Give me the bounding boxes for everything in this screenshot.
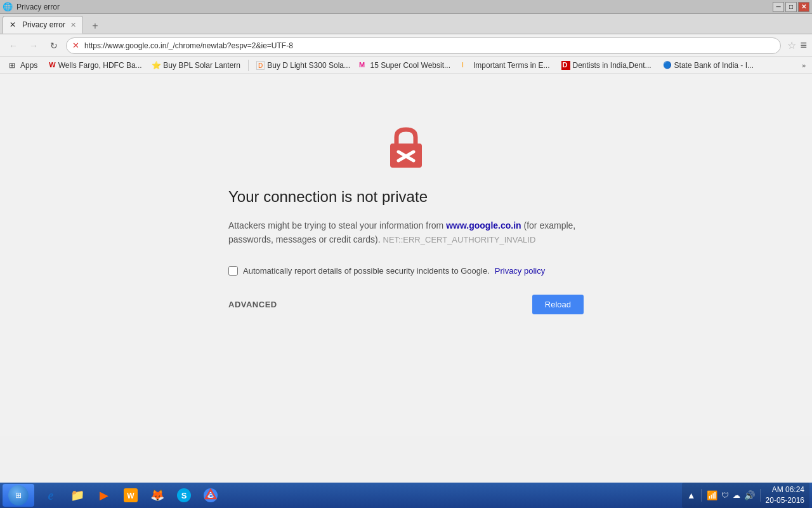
error-description: Attackers might be trying to steal your …: [228, 218, 584, 247]
error-domain[interactable]: www.google.co.in: [446, 220, 521, 231]
ie-icon: e: [43, 488, 58, 503]
network-icon[interactable]: 📶: [707, 490, 717, 500]
minimize-button[interactable]: ─: [773, 2, 784, 12]
chrome-icon: C: [203, 488, 218, 503]
important-terms-icon: I: [462, 61, 471, 70]
privacy-policy-link[interactable]: Privacy policy: [495, 266, 545, 276]
maximize-button[interactable]: □: [785, 2, 797, 12]
bookmark-dentists-label: Dentists in India,Dent...: [573, 61, 652, 70]
error-code: NET::ERR_CERT_AUTHORITY_INVALID: [383, 235, 536, 244]
buy-d-light-icon: D: [256, 61, 265, 70]
windows-orb: ⊞: [8, 485, 29, 505]
checkbox-row: Automatically report details of possible…: [228, 266, 584, 276]
bookmark-apps[interactable]: ⊞ Apps: [4, 60, 43, 71]
taskbar-winamp[interactable]: W: [118, 485, 143, 505]
dentists-icon: D: [561, 61, 570, 70]
taskbar-skype[interactable]: S: [171, 485, 197, 505]
bookmark-star-button[interactable]: ☆: [787, 39, 796, 51]
taskbar: ⊞ e 📁 ▶ W 🦊 S: [0, 483, 812, 508]
error-container: Your connection is not private Attackers…: [216, 124, 596, 314]
taskbar-media-player[interactable]: ▶: [91, 485, 117, 505]
tab-close-button[interactable]: ✕: [70, 21, 76, 29]
address-bar-wrapper: ✕: [66, 37, 781, 54]
system-clock[interactable]: AM 06:24 20-05-2016: [766, 485, 804, 506]
bookmark-important-terms[interactable]: I Important Terms in E...: [457, 60, 555, 71]
taskbar-file-explorer[interactable]: 📁: [65, 485, 90, 505]
bookmark-state-bank-label: State Bank of India - I...: [674, 61, 754, 70]
back-button[interactable]: ←: [5, 37, 22, 54]
bookmark-super-cool[interactable]: M 15 Super Cool Websit...: [354, 60, 455, 71]
clock-date: 20-05-2016: [766, 495, 804, 506]
svg-text:W: W: [127, 491, 134, 500]
apps-icon: ⊞: [9, 61, 18, 70]
more-bookmarks-button[interactable]: »: [799, 60, 808, 70]
report-checkbox[interactable]: [228, 266, 238, 276]
browser-content: Your connection is not private Attackers…: [0, 74, 812, 436]
bookmark-dentists[interactable]: D Dentists in India,Dent...: [556, 60, 657, 71]
active-tab[interactable]: ✕ Privacy error ✕: [3, 16, 83, 34]
media-player-icon: ▶: [96, 488, 112, 503]
volume-icon[interactable]: 🔊: [744, 490, 755, 500]
winamp-icon: W: [123, 488, 138, 503]
clock-time: AM 06:24: [766, 485, 804, 495]
bookmark-state-bank[interactable]: 🔵 State Bank of India - I...: [658, 60, 759, 71]
bookmark-wells-fargo[interactable]: W Wells Fargo, HDFC Ba...: [44, 60, 145, 71]
bookmark-buy-d-light-label: Buy D Light S300 Sola...: [267, 61, 350, 70]
svg-text:C: C: [209, 493, 213, 499]
bookmarks-bar: ⊞ Apps W Wells Fargo, HDFC Ba... ⭐ Buy B…: [0, 57, 812, 74]
bookmark-super-cool-label: 15 Super Cool Websit...: [370, 61, 450, 70]
lock-error-icon: ✕: [72, 41, 79, 50]
security-icon[interactable]: 🛡: [721, 491, 729, 500]
buy-bpl-icon: ⭐: [152, 61, 160, 70]
tab-bar: ✕ Privacy error ✕ +: [0, 14, 812, 34]
super-cool-icon: M: [359, 61, 367, 70]
windows-logo: ⊞: [15, 491, 22, 500]
reload-main-button[interactable]: Reload: [532, 295, 584, 314]
nav-bar: ← → ↻ ✕ ☆ ≡: [0, 34, 812, 57]
bookmark-important-terms-label: Important Terms in E...: [473, 61, 550, 70]
title-bar-controls: ─ □ ✕: [773, 2, 809, 12]
tab-error-icon: ✕: [10, 20, 18, 29]
error-desc-prefix: Attackers might be trying to steal your …: [228, 220, 443, 231]
title-bar-left: 🌐 Privacy error: [3, 2, 60, 11]
skype-icon: S: [176, 488, 192, 503]
lock-error-icon-svg: [384, 124, 428, 169]
bookmark-buy-bpl[interactable]: ⭐ Buy BPL Solar Lantern: [147, 60, 246, 71]
browser-icon: 🌐: [3, 2, 13, 11]
advanced-button[interactable]: ADVANCED: [228, 300, 277, 309]
start-button[interactable]: ⊞: [3, 484, 34, 507]
bookmark-buy-bpl-label: Buy BPL Solar Lantern: [163, 61, 240, 70]
forward-button[interactable]: →: [25, 37, 42, 54]
file-explorer-icon: 📁: [70, 488, 85, 503]
tray-arrow-icon[interactable]: ▲: [687, 490, 696, 500]
close-button[interactable]: ✕: [798, 2, 809, 12]
cloud-icon[interactable]: ☁: [733, 491, 740, 500]
bookmark-buy-d-light[interactable]: D Buy D Light S300 Sola...: [251, 60, 353, 71]
bookmarks-separator: [248, 60, 249, 71]
buttons-row: ADVANCED Reload: [228, 295, 584, 314]
taskbar-ie[interactable]: e: [38, 485, 63, 505]
taskbar-chrome[interactable]: C: [198, 485, 223, 505]
address-input[interactable]: [66, 37, 781, 54]
tray-separator-2: [760, 489, 761, 502]
bookmark-wells-fargo-label: Wells Fargo, HDFC Ba...: [58, 61, 142, 70]
new-tab-button[interactable]: +: [86, 18, 105, 34]
svg-text:S: S: [181, 491, 187, 500]
wells-fargo-icon: W: [49, 61, 55, 70]
bookmark-apps-label: Apps: [20, 61, 37, 70]
system-tray: ▲ 📶 🛡 ☁ 🔊 AM 06:24 20-05-2016: [682, 483, 809, 508]
window-title: Privacy error: [16, 3, 60, 11]
tray-separator: [701, 489, 702, 502]
state-bank-icon: 🔵: [663, 61, 672, 70]
tab-title: Privacy error: [22, 20, 65, 29]
error-title: Your connection is not private: [228, 188, 584, 206]
title-bar: 🌐 Privacy error ─ □ ✕: [0, 0, 812, 14]
taskbar-firefox[interactable]: 🦊: [145, 485, 170, 505]
checkbox-label: Automatically report details of possible…: [243, 266, 490, 276]
firefox-icon: 🦊: [150, 488, 165, 503]
reload-button[interactable]: ↻: [46, 37, 62, 54]
chrome-menu-button[interactable]: ≡: [800, 39, 807, 52]
